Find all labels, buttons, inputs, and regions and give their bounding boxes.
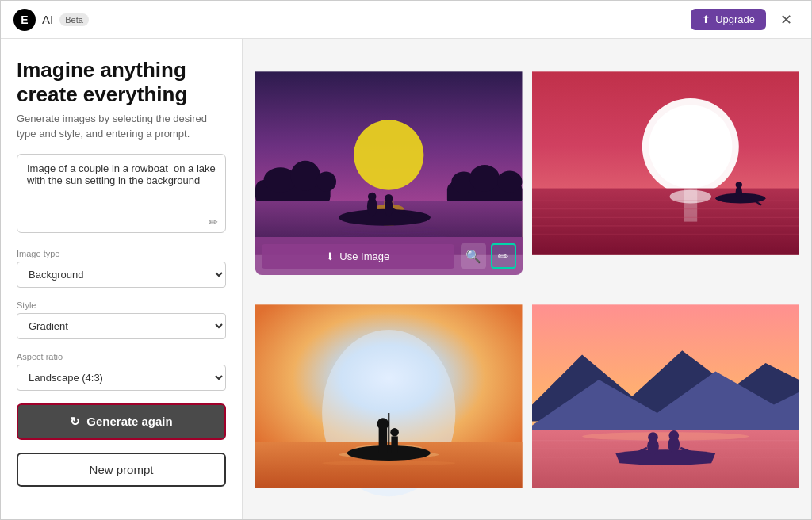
prompt-textarea[interactable]: Image of a couple in a rowboat on a lake… [17, 154, 226, 233]
topbar: E AI Beta ⬆ Upgrade ✕ [1, 1, 811, 39]
svg-point-1 [354, 120, 423, 189]
svg-rect-26 [684, 189, 697, 222]
svg-point-8 [469, 165, 500, 192]
prompt-box: Image of a couple in a rowboat on a lake… [17, 154, 226, 236]
elementor-logo: E [13, 9, 36, 31]
svg-point-41 [322, 461, 455, 465]
style-select[interactable]: Gradient [17, 313, 226, 339]
generate-button[interactable]: ↻ Generate again [17, 403, 226, 440]
image-type-select[interactable]: Background [17, 262, 226, 288]
main-layout: Imagine anythingcreate everything Genera… [1, 39, 811, 520]
edit-button[interactable]: ✏ [491, 243, 516, 269]
image-grid: ⬇ Use Image 🔍 ✏ [243, 39, 811, 520]
svg-point-52 [582, 432, 749, 441]
zoom-icon: 🔍 [465, 249, 481, 264]
svg-point-34 [735, 182, 741, 188]
aspect-ratio-field: Aspect ratio Landscape (4:3) [17, 352, 226, 391]
left-panel: Imagine anythingcreate everything Genera… [1, 39, 243, 520]
image-cell-3[interactable] [255, 285, 523, 508]
close-button[interactable]: ✕ [774, 8, 799, 32]
upgrade-icon: ⬆ [702, 13, 710, 25]
style-field: Style Gradient [17, 300, 226, 339]
zoom-button[interactable]: 🔍 [461, 243, 486, 269]
svg-point-23 [649, 105, 732, 188]
svg-point-46 [390, 428, 399, 437]
style-label: Style [17, 300, 226, 310]
image-cell-1[interactable]: ⬇ Use Image 🔍 ✏ [255, 52, 523, 275]
aspect-ratio-label: Aspect ratio [17, 352, 226, 361]
image-actions-1: 🔍 ✏ [461, 243, 516, 269]
beta-badge: Beta [59, 13, 89, 26]
svg-point-9 [497, 170, 523, 192]
logo-text: AI [42, 13, 53, 26]
image-overlay-1: ⬇ Use Image 🔍 ✏ [255, 237, 523, 275]
pencil-icon: ✏ [498, 249, 508, 264]
use-image-button[interactable]: ⬇ Use Image [262, 244, 454, 269]
svg-rect-45 [391, 436, 397, 453]
upgrade-button[interactable]: ⬆ Upgrade [691, 9, 766, 30]
svg-point-17 [385, 194, 393, 203]
image-cell-4[interactable] [532, 285, 799, 508]
svg-point-59 [668, 430, 679, 441]
svg-point-13 [339, 209, 431, 226]
svg-point-44 [377, 418, 389, 430]
aspect-ratio-select[interactable]: Landscape (4:3) [17, 365, 226, 391]
download-icon: ⬇ [326, 250, 335, 262]
image-cell-2[interactable] [532, 52, 799, 275]
svg-rect-43 [379, 428, 388, 453]
panel-subtitle: Generate images by selecting the desired… [17, 112, 226, 140]
edit-prompt-icon[interactable]: ✏ [209, 216, 218, 228]
panel-header: Imagine anythingcreate everything Genera… [17, 58, 226, 141]
svg-point-5 [316, 172, 336, 192]
topbar-left: E AI Beta [13, 9, 89, 31]
image-type-label: Image type [17, 249, 226, 258]
panel-title: Imagine anythingcreate everything [17, 58, 226, 107]
image-type-field: Image type Background [17, 249, 226, 288]
topbar-right: ⬆ Upgrade ✕ [691, 8, 799, 32]
svg-point-4 [290, 161, 320, 191]
generate-icon: ↻ [70, 415, 80, 429]
svg-point-15 [368, 193, 377, 201]
svg-point-57 [648, 432, 658, 442]
new-prompt-button[interactable]: New prompt [17, 453, 226, 487]
